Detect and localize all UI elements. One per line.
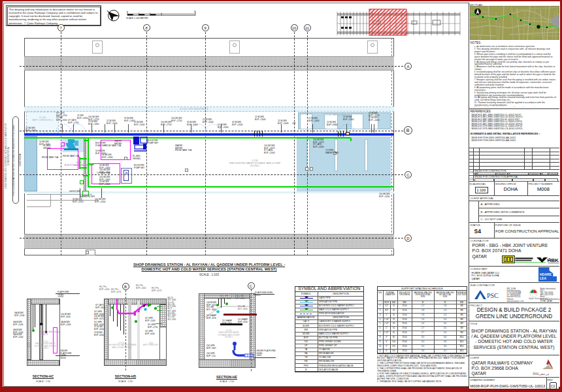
svg-text:10: 10 bbox=[194, 10, 197, 13]
svg-text:SCALE 1:100 METER: SCALE 1:100 METER bbox=[126, 17, 148, 20]
svg-text:PSC: PSC bbox=[487, 292, 499, 299]
svg-text:LEA: LEA bbox=[540, 276, 546, 280]
svg-text:HBK: HBK bbox=[547, 257, 559, 263]
svg-text:0: 0 bbox=[127, 10, 128, 13]
